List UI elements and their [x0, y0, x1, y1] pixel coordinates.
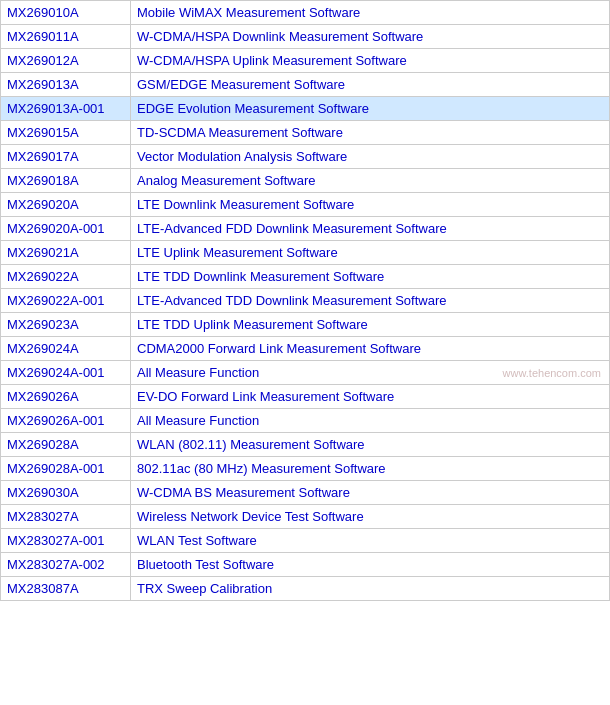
- product-description: Analog Measurement Software: [131, 169, 610, 193]
- product-description: EV-DO Forward Link Measurement Software: [131, 385, 610, 409]
- product-code: MX283027A-001: [1, 529, 131, 553]
- product-code: MX269020A-001: [1, 217, 131, 241]
- product-description: WLAN (802.11) Measurement Software: [131, 433, 610, 457]
- product-code: MX269018A: [1, 169, 131, 193]
- product-description: Vector Modulation Analysis Software: [131, 145, 610, 169]
- product-description: 802.11ac (80 MHz) Measurement Software: [131, 457, 610, 481]
- product-code: MX269028A-001: [1, 457, 131, 481]
- product-code: MX269015A: [1, 121, 131, 145]
- watermark-text: www.tehencom.com: [503, 367, 601, 379]
- product-code: MX269022A-001: [1, 289, 131, 313]
- product-code: MX283087A: [1, 577, 131, 601]
- product-code: MX269022A: [1, 265, 131, 289]
- product-description: Bluetooth Test Software: [131, 553, 610, 577]
- product-code: MX283027A-002: [1, 553, 131, 577]
- product-code: MX269028A: [1, 433, 131, 457]
- product-description: All Measure Functionwww.tehencom.com: [131, 361, 610, 385]
- product-code: MX269026A-001: [1, 409, 131, 433]
- product-code: MX269017A: [1, 145, 131, 169]
- product-code: MX269012A: [1, 49, 131, 73]
- product-code: MX269030A: [1, 481, 131, 505]
- product-table: MX269010AMobile WiMAX Measurement Softwa…: [0, 0, 610, 601]
- product-description: LTE-Advanced TDD Downlink Measurement So…: [131, 289, 610, 313]
- product-description: LTE TDD Uplink Measurement Software: [131, 313, 610, 337]
- product-code: MX269026A: [1, 385, 131, 409]
- product-description: LTE TDD Downlink Measurement Software: [131, 265, 610, 289]
- product-description: W-CDMA BS Measurement Software: [131, 481, 610, 505]
- product-description: EDGE Evolution Measurement Software: [131, 97, 610, 121]
- product-code: MX269024A-001: [1, 361, 131, 385]
- product-code: MX269013A-001: [1, 97, 131, 121]
- product-description: W-CDMA/HSPA Downlink Measurement Softwar…: [131, 25, 610, 49]
- product-code: MX269013A: [1, 73, 131, 97]
- product-description: LTE Downlink Measurement Software: [131, 193, 610, 217]
- product-code: MX269024A: [1, 337, 131, 361]
- product-code: MX269023A: [1, 313, 131, 337]
- product-code: MX269011A: [1, 25, 131, 49]
- product-code: MX283027A: [1, 505, 131, 529]
- product-description: TRX Sweep Calibration: [131, 577, 610, 601]
- product-description: W-CDMA/HSPA Uplink Measurement Software: [131, 49, 610, 73]
- product-code: MX269020A: [1, 193, 131, 217]
- product-description: LTE-Advanced FDD Downlink Measurement So…: [131, 217, 610, 241]
- product-description: TD-SCDMA Measurement Software: [131, 121, 610, 145]
- product-code: MX269021A: [1, 241, 131, 265]
- product-code: MX269010A: [1, 1, 131, 25]
- product-description: GSM/EDGE Measurement Software: [131, 73, 610, 97]
- product-description: Wireless Network Device Test Software: [131, 505, 610, 529]
- product-description: WLAN Test Software: [131, 529, 610, 553]
- product-description: All Measure Function: [131, 409, 610, 433]
- product-description: LTE Uplink Measurement Software: [131, 241, 610, 265]
- product-description: CDMA2000 Forward Link Measurement Softwa…: [131, 337, 610, 361]
- product-description: Mobile WiMAX Measurement Software: [131, 1, 610, 25]
